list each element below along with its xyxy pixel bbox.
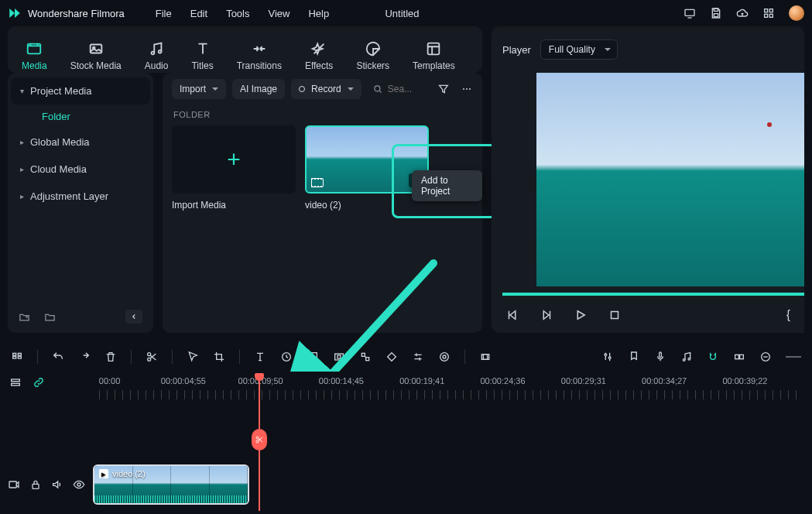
colorboard-icon[interactable] bbox=[307, 351, 319, 363]
preview-image bbox=[536, 73, 804, 286]
record-button[interactable]: Record bbox=[291, 79, 361, 99]
menu-bar: File Edit Tools View Help bbox=[156, 8, 329, 19]
timeline-ruler[interactable]: 00:00 00:00:04;55 00:00:09;50 00:00:14;4… bbox=[99, 376, 801, 399]
cut-handle[interactable] bbox=[252, 429, 267, 451]
user-avatar[interactable] bbox=[789, 5, 804, 21]
split-icon[interactable] bbox=[146, 351, 158, 363]
sidebar-collapse-button[interactable] bbox=[125, 310, 142, 324]
sidebar-item-cloud-media[interactable]: ▸ Cloud Media bbox=[11, 156, 150, 183]
sidebar-item-global-media[interactable]: ▸ Global Media bbox=[11, 128, 150, 156]
zoom-slider[interactable] bbox=[786, 356, 801, 358]
import-button[interactable]: Import bbox=[172, 79, 226, 99]
more-icon[interactable] bbox=[461, 83, 473, 95]
player-scrub-bar[interactable] bbox=[502, 293, 804, 296]
plus-icon: + bbox=[227, 146, 241, 173]
timeline-clip-video-2[interactable]: ▸ video (2) bbox=[93, 464, 249, 505]
tab-stock-media[interactable]: Stock Media bbox=[70, 40, 122, 71]
svg-rect-30 bbox=[361, 353, 365, 356]
device-icon[interactable] bbox=[684, 7, 696, 19]
media-tile-video-2[interactable]: + video (2) bbox=[305, 125, 429, 211]
project-title: Untitled bbox=[385, 8, 419, 19]
svg-point-15 bbox=[463, 88, 464, 90]
folder-heading: FOLDER bbox=[173, 110, 473, 119]
svg-rect-4 bbox=[765, 9, 768, 12]
magnetic-icon[interactable] bbox=[707, 351, 719, 363]
svg-rect-48 bbox=[9, 481, 16, 488]
new-folder-icon[interactable] bbox=[19, 311, 30, 323]
step-back-icon[interactable] bbox=[505, 308, 519, 322]
chevron-down-icon: ▾ bbox=[20, 87, 24, 95]
menu-view[interactable]: View bbox=[268, 8, 290, 19]
cursor-icon[interactable] bbox=[187, 351, 199, 363]
tab-media[interactable]: Media bbox=[22, 40, 47, 71]
freeze-frame-icon[interactable] bbox=[333, 351, 345, 363]
save-icon[interactable] bbox=[710, 7, 722, 19]
menu-edit[interactable]: Edit bbox=[190, 8, 207, 19]
mixer-icon[interactable] bbox=[601, 351, 614, 363]
frame-forward-icon[interactable] bbox=[540, 308, 553, 322]
timeline-view-icon[interactable] bbox=[9, 376, 22, 389]
tab-transitions[interactable]: Transitions bbox=[237, 40, 282, 71]
menu-tools[interactable]: Tools bbox=[226, 8, 249, 19]
svg-point-37 bbox=[608, 357, 611, 359]
menu-file[interactable]: File bbox=[156, 8, 172, 19]
player-extra-icon[interactable]: { bbox=[786, 308, 790, 322]
app-logo-icon bbox=[8, 6, 22, 20]
timeline[interactable]: 00:00 00:00:04;55 00:00:09;50 00:00:14;4… bbox=[0, 372, 812, 511]
svg-rect-5 bbox=[769, 9, 773, 12]
track-visible-icon[interactable] bbox=[73, 478, 85, 491]
render-icon[interactable] bbox=[479, 351, 492, 363]
keyframe-icon[interactable] bbox=[385, 351, 398, 363]
tab-titles[interactable]: Titles bbox=[191, 40, 213, 71]
undo-icon[interactable] bbox=[52, 351, 64, 363]
svg-point-50 bbox=[77, 483, 81, 486]
play-icon[interactable] bbox=[574, 308, 588, 322]
svg-point-39 bbox=[683, 359, 685, 362]
sidebar-item-adjustment-layer[interactable]: ▸ Adjustment Layer bbox=[11, 183, 150, 210]
voiceover-icon[interactable] bbox=[654, 351, 666, 363]
track-lock-icon[interactable] bbox=[29, 478, 42, 491]
greenscreen-icon[interactable] bbox=[438, 351, 451, 363]
stop-icon[interactable] bbox=[608, 308, 622, 322]
search-icon[interactable] bbox=[372, 84, 383, 94]
detach-icon[interactable] bbox=[359, 351, 372, 363]
tab-effects[interactable]: Effects bbox=[305, 40, 333, 71]
grid-apps-icon[interactable] bbox=[762, 7, 775, 19]
audio-icon bbox=[148, 40, 165, 57]
svg-rect-18 bbox=[612, 312, 618, 319]
preview-viewport[interactable]: { bbox=[492, 73, 804, 333]
svg-rect-6 bbox=[765, 14, 768, 17]
tab-templates[interactable]: Templates bbox=[413, 40, 455, 71]
search-input[interactable] bbox=[388, 84, 422, 94]
track-mute-icon[interactable] bbox=[51, 478, 63, 491]
import-media-tile[interactable]: + Import Media bbox=[172, 125, 296, 211]
tab-audio[interactable]: Audio bbox=[145, 40, 169, 71]
filter-icon[interactable] bbox=[437, 83, 450, 95]
svg-point-11 bbox=[152, 52, 155, 55]
cloud-upload-icon[interactable] bbox=[736, 7, 749, 19]
tab-stickers[interactable]: Stickers bbox=[356, 40, 389, 71]
folder-icon[interactable] bbox=[44, 311, 56, 323]
text-tool-icon[interactable] bbox=[254, 351, 266, 363]
sidebar-item-project-media[interactable]: ▾ Project Media bbox=[11, 77, 150, 105]
svg-rect-9 bbox=[90, 45, 101, 53]
svg-rect-41 bbox=[735, 355, 739, 358]
audio-sync-icon[interactable] bbox=[680, 351, 693, 363]
speed-icon[interactable] bbox=[280, 351, 293, 363]
ai-image-button[interactable]: AI Image bbox=[232, 79, 285, 99]
sidebar-subitem-folder[interactable]: Folder bbox=[11, 105, 150, 128]
crop-icon[interactable] bbox=[213, 351, 225, 363]
zoom-out-icon[interactable] bbox=[759, 351, 772, 363]
marker-icon[interactable] bbox=[628, 351, 640, 363]
track-video-icon[interactable] bbox=[8, 478, 20, 491]
svg-point-33 bbox=[443, 355, 446, 358]
link-icon[interactable] bbox=[33, 376, 45, 389]
delete-icon[interactable] bbox=[104, 351, 117, 363]
menu-help[interactable]: Help bbox=[308, 8, 329, 19]
stock-media-icon bbox=[87, 40, 104, 57]
tracks-panel-icon[interactable] bbox=[11, 351, 23, 363]
redo-icon[interactable] bbox=[78, 351, 91, 363]
adjust-icon[interactable] bbox=[412, 351, 424, 363]
ripple-icon[interactable] bbox=[733, 351, 745, 363]
quality-dropdown[interactable]: Full Quality bbox=[540, 39, 618, 60]
